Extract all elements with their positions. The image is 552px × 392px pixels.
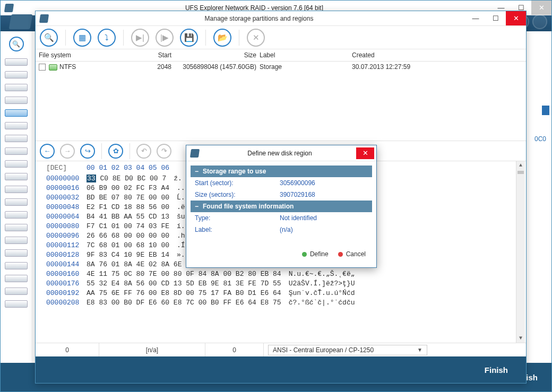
minimize-button[interactable]: — [465, 11, 486, 25]
disk-icon[interactable] [5, 198, 28, 206]
section-fs-info[interactable]: −Found file system information [191, 201, 372, 212]
col-start[interactable]: Start [118, 51, 171, 59]
open-folder-icon[interactable]: 📂 [213, 29, 231, 47]
disk-icon[interactable] [5, 160, 28, 168]
cell-label: Storage [256, 63, 347, 71]
label-label: Label: [195, 226, 280, 233]
save-icon[interactable]: 💾 [180, 29, 198, 47]
col-created[interactable]: Created [347, 51, 523, 59]
manage-titlebar: Manage storage partitions and regions — … [36, 11, 526, 26]
hex-line[interactable]: 00000192AA 75 6E FF 76 00 E8 8D 00 75 17… [46, 289, 522, 298]
hex-scrollbar[interactable]: ▲ ▼ [516, 161, 525, 343]
scroll-up-icon[interactable]: ▲ [516, 161, 525, 170]
disk-icon[interactable] [5, 211, 28, 219]
start-label: Start (sector): [195, 179, 280, 187]
checkbox-icon[interactable] [39, 64, 46, 71]
hex-line[interactable]: 00000208E8 83 00 B0 DF E6 60 E8 7C 00 B0… [46, 298, 522, 308]
start-value[interactable]: 3056900096 [280, 179, 315, 187]
table-row[interactable]: NTFS 2048 3056898048 (1457.60GB) Storage… [36, 62, 526, 72]
close-button[interactable]: ✕ [506, 11, 526, 25]
type-value: Not identified [280, 214, 317, 222]
hex-mode-label: [DEC] [46, 163, 67, 173]
hex-line[interactable]: 000001604E 11 75 0C 80 7E 00 80 0F 84 8A… [46, 269, 522, 279]
col-filesystem[interactable]: File system [39, 51, 118, 59]
side-band [542, 106, 549, 115]
label-value: (n/a) [280, 226, 293, 233]
disk-icon[interactable] [5, 224, 28, 231]
cell-created: 30.07.2013 12:27:59 [347, 63, 523, 71]
app-logo [9, 14, 33, 29]
play-next-icon[interactable]: |▶ [156, 29, 174, 47]
hex-line[interactable]: 0000017655 32 E4 8A 56 00 CD 13 5D EB 9E… [46, 279, 522, 289]
partition-table-header: File system Start Size Label Created [36, 49, 526, 62]
disk-icon[interactable] [5, 84, 28, 91]
app-icon [190, 149, 200, 158]
status-cell-1: 0 [36, 343, 99, 356]
disk-icon[interactable] [5, 288, 28, 295]
sidebar: 🔍 [1, 31, 32, 363]
section-storage-range[interactable]: −Storage range to use [191, 165, 372, 177]
bookmark-icon[interactable]: ✿ [108, 144, 123, 159]
maximize-button[interactable]: ☐ [486, 11, 506, 25]
sidebar-search-icon[interactable]: 🔍 [9, 37, 24, 51]
disk-icon[interactable] [5, 249, 28, 257]
encoding-value: ANSI - Central European / CP-1250 [273, 346, 374, 354]
disk-icon[interactable] [5, 135, 28, 142]
disk-icon[interactable] [5, 97, 28, 104]
disk-icon[interactable] [5, 237, 28, 244]
disk-icon[interactable] [5, 173, 28, 180]
undo-icon[interactable]: ↶ [136, 144, 151, 159]
close-x-icon[interactable]: ✕ [247, 29, 265, 47]
cell-size: 3056898048 (1457.60GB) [171, 63, 256, 71]
col-label[interactable]: Label [256, 51, 347, 59]
col-size[interactable]: Size [171, 51, 256, 59]
manage-finish-bar: Finish [36, 356, 526, 383]
down-arrow-icon[interactable]: ⤵ [98, 29, 116, 47]
green-dot-icon [302, 252, 307, 257]
define-title: Define new disk region [203, 150, 356, 157]
disk-icon[interactable] [5, 147, 28, 155]
size-label: Size (sectors): [195, 191, 280, 198]
partition-table-body: NTFS 2048 3056898048 (1457.60GB) Storage… [36, 62, 526, 141]
search-icon[interactable]: 🔍 [40, 29, 58, 47]
disk-icon[interactable] [5, 122, 28, 129]
disk-icon[interactable] [5, 186, 28, 193]
redo-icon[interactable]: ↷ [157, 144, 171, 159]
drive-icon [49, 64, 57, 71]
grid-icon[interactable]: ▦ [73, 29, 91, 47]
define-dialog: Define new disk region ✕ −Storage range … [186, 145, 377, 268]
scroll-thumb[interactable] [518, 171, 524, 174]
disk-icon[interactable] [5, 275, 28, 282]
cancel-button[interactable]: Cancel [338, 250, 366, 258]
disk-icon[interactable] [5, 300, 28, 308]
step-next-icon[interactable]: ▶| [131, 29, 149, 47]
size-value[interactable]: 3907029168 [280, 191, 315, 198]
status-row: 0 [n/a] 0 ANSI - Central European / CP-1… [36, 343, 526, 356]
cell-start: 2048 [118, 63, 171, 71]
encoding-dropdown[interactable]: ANSI - Central European / CP-1250 ▼ [268, 345, 427, 355]
status-cell-3: 0 [205, 343, 264, 356]
disk-icon[interactable] [5, 58, 28, 66]
toolbar-circle-3[interactable] [532, 14, 547, 29]
redo-arrow-icon[interactable]: ↪ [80, 144, 95, 159]
side-text: 0C0 [534, 135, 546, 143]
disk-icon[interactable] [5, 71, 28, 79]
forward-icon[interactable]: → [60, 144, 75, 159]
app-icon [4, 4, 14, 12]
close-button[interactable]: ✕ [356, 147, 374, 159]
define-titlebar: Define new disk region ✕ [186, 145, 376, 161]
type-label: Type: [195, 214, 280, 222]
raid-icon[interactable] [5, 109, 28, 117]
chevron-down-icon: ▼ [417, 347, 422, 353]
back-icon[interactable]: ← [40, 144, 55, 159]
define-button[interactable]: Define [302, 250, 329, 258]
status-cell-2: [n/a] [99, 343, 205, 356]
disk-icon[interactable] [5, 262, 28, 269]
red-dot-icon [338, 252, 343, 257]
scroll-down-icon[interactable]: ▼ [516, 334, 525, 343]
app-icon [39, 14, 49, 23]
close-button[interactable]: ✕ [531, 1, 551, 15]
manage-title: Manage storage partitions and regions [53, 15, 465, 22]
manage-toolbar: 🔍 ▦ ⤵ ▶| |▶ 💾 📂 ✕ [36, 26, 526, 49]
finish-button[interactable]: Finish [485, 365, 508, 374]
